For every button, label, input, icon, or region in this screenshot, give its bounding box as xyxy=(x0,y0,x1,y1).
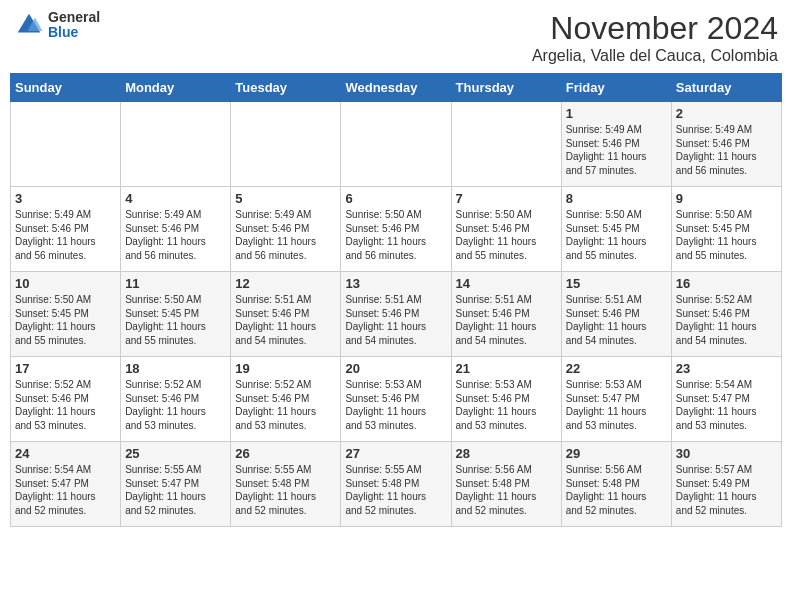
day-number: 3 xyxy=(15,191,116,206)
logo-general-text: General xyxy=(48,10,100,25)
calendar-cell: 22Sunrise: 5:53 AM Sunset: 5:47 PM Dayli… xyxy=(561,357,671,442)
calendar-cell: 26Sunrise: 5:55 AM Sunset: 5:48 PM Dayli… xyxy=(231,442,341,527)
day-number: 1 xyxy=(566,106,667,121)
calendar-cell: 9Sunrise: 5:50 AM Sunset: 5:45 PM Daylig… xyxy=(671,187,781,272)
calendar-cell: 8Sunrise: 5:50 AM Sunset: 5:45 PM Daylig… xyxy=(561,187,671,272)
day-number: 11 xyxy=(125,276,226,291)
page-header: General Blue November 2024 Argelia, Vall… xyxy=(10,10,782,65)
day-info: Sunrise: 5:53 AM Sunset: 5:46 PM Dayligh… xyxy=(345,378,446,432)
day-number: 21 xyxy=(456,361,557,376)
week-row-5: 24Sunrise: 5:54 AM Sunset: 5:47 PM Dayli… xyxy=(11,442,782,527)
day-number: 25 xyxy=(125,446,226,461)
calendar-cell xyxy=(121,102,231,187)
day-number: 10 xyxy=(15,276,116,291)
calendar-cell: 15Sunrise: 5:51 AM Sunset: 5:46 PM Dayli… xyxy=(561,272,671,357)
day-info: Sunrise: 5:50 AM Sunset: 5:45 PM Dayligh… xyxy=(676,208,777,262)
calendar-cell: 20Sunrise: 5:53 AM Sunset: 5:46 PM Dayli… xyxy=(341,357,451,442)
day-info: Sunrise: 5:53 AM Sunset: 5:46 PM Dayligh… xyxy=(456,378,557,432)
calendar-cell: 2Sunrise: 5:49 AM Sunset: 5:46 PM Daylig… xyxy=(671,102,781,187)
weekday-header-row: SundayMondayTuesdayWednesdayThursdayFrid… xyxy=(11,74,782,102)
calendar-cell: 29Sunrise: 5:56 AM Sunset: 5:48 PM Dayli… xyxy=(561,442,671,527)
day-info: Sunrise: 5:52 AM Sunset: 5:46 PM Dayligh… xyxy=(235,378,336,432)
logo: General Blue xyxy=(14,10,100,41)
day-info: Sunrise: 5:49 AM Sunset: 5:46 PM Dayligh… xyxy=(125,208,226,262)
calendar-cell: 4Sunrise: 5:49 AM Sunset: 5:46 PM Daylig… xyxy=(121,187,231,272)
calendar-cell: 28Sunrise: 5:56 AM Sunset: 5:48 PM Dayli… xyxy=(451,442,561,527)
calendar-cell: 21Sunrise: 5:53 AM Sunset: 5:46 PM Dayli… xyxy=(451,357,561,442)
day-info: Sunrise: 5:50 AM Sunset: 5:45 PM Dayligh… xyxy=(566,208,667,262)
month-title: November 2024 xyxy=(532,10,778,47)
day-info: Sunrise: 5:55 AM Sunset: 5:48 PM Dayligh… xyxy=(235,463,336,517)
day-info: Sunrise: 5:49 AM Sunset: 5:46 PM Dayligh… xyxy=(566,123,667,177)
week-row-1: 1Sunrise: 5:49 AM Sunset: 5:46 PM Daylig… xyxy=(11,102,782,187)
day-info: Sunrise: 5:51 AM Sunset: 5:46 PM Dayligh… xyxy=(566,293,667,347)
calendar-cell: 14Sunrise: 5:51 AM Sunset: 5:46 PM Dayli… xyxy=(451,272,561,357)
week-row-3: 10Sunrise: 5:50 AM Sunset: 5:45 PM Dayli… xyxy=(11,272,782,357)
day-number: 17 xyxy=(15,361,116,376)
calendar-table: SundayMondayTuesdayWednesdayThursdayFrid… xyxy=(10,73,782,527)
day-info: Sunrise: 5:49 AM Sunset: 5:46 PM Dayligh… xyxy=(15,208,116,262)
weekday-header-sunday: Sunday xyxy=(11,74,121,102)
calendar-cell: 30Sunrise: 5:57 AM Sunset: 5:49 PM Dayli… xyxy=(671,442,781,527)
day-number: 13 xyxy=(345,276,446,291)
calendar-cell: 11Sunrise: 5:50 AM Sunset: 5:45 PM Dayli… xyxy=(121,272,231,357)
day-number: 19 xyxy=(235,361,336,376)
day-number: 14 xyxy=(456,276,557,291)
day-info: Sunrise: 5:50 AM Sunset: 5:45 PM Dayligh… xyxy=(15,293,116,347)
day-info: Sunrise: 5:51 AM Sunset: 5:46 PM Dayligh… xyxy=(235,293,336,347)
calendar-cell: 3Sunrise: 5:49 AM Sunset: 5:46 PM Daylig… xyxy=(11,187,121,272)
day-info: Sunrise: 5:57 AM Sunset: 5:49 PM Dayligh… xyxy=(676,463,777,517)
day-number: 16 xyxy=(676,276,777,291)
day-number: 6 xyxy=(345,191,446,206)
calendar-cell xyxy=(231,102,341,187)
day-number: 15 xyxy=(566,276,667,291)
day-info: Sunrise: 5:49 AM Sunset: 5:46 PM Dayligh… xyxy=(235,208,336,262)
title-section: November 2024 Argelia, Valle del Cauca, … xyxy=(532,10,778,65)
logo-icon xyxy=(14,10,44,40)
location-subtitle: Argelia, Valle del Cauca, Colombia xyxy=(532,47,778,65)
calendar-cell: 27Sunrise: 5:55 AM Sunset: 5:48 PM Dayli… xyxy=(341,442,451,527)
week-row-4: 17Sunrise: 5:52 AM Sunset: 5:46 PM Dayli… xyxy=(11,357,782,442)
calendar-cell xyxy=(451,102,561,187)
calendar-cell: 1Sunrise: 5:49 AM Sunset: 5:46 PM Daylig… xyxy=(561,102,671,187)
day-number: 2 xyxy=(676,106,777,121)
calendar-cell: 19Sunrise: 5:52 AM Sunset: 5:46 PM Dayli… xyxy=(231,357,341,442)
day-number: 4 xyxy=(125,191,226,206)
day-info: Sunrise: 5:54 AM Sunset: 5:47 PM Dayligh… xyxy=(15,463,116,517)
calendar-cell: 18Sunrise: 5:52 AM Sunset: 5:46 PM Dayli… xyxy=(121,357,231,442)
day-number: 9 xyxy=(676,191,777,206)
day-number: 26 xyxy=(235,446,336,461)
day-info: Sunrise: 5:53 AM Sunset: 5:47 PM Dayligh… xyxy=(566,378,667,432)
calendar-cell: 16Sunrise: 5:52 AM Sunset: 5:46 PM Dayli… xyxy=(671,272,781,357)
day-info: Sunrise: 5:51 AM Sunset: 5:46 PM Dayligh… xyxy=(456,293,557,347)
calendar-cell: 10Sunrise: 5:50 AM Sunset: 5:45 PM Dayli… xyxy=(11,272,121,357)
day-info: Sunrise: 5:51 AM Sunset: 5:46 PM Dayligh… xyxy=(345,293,446,347)
day-number: 27 xyxy=(345,446,446,461)
day-number: 24 xyxy=(15,446,116,461)
calendar-cell: 17Sunrise: 5:52 AM Sunset: 5:46 PM Dayli… xyxy=(11,357,121,442)
calendar-cell: 6Sunrise: 5:50 AM Sunset: 5:46 PM Daylig… xyxy=(341,187,451,272)
day-info: Sunrise: 5:52 AM Sunset: 5:46 PM Dayligh… xyxy=(125,378,226,432)
day-number: 29 xyxy=(566,446,667,461)
day-info: Sunrise: 5:50 AM Sunset: 5:46 PM Dayligh… xyxy=(345,208,446,262)
calendar-cell: 24Sunrise: 5:54 AM Sunset: 5:47 PM Dayli… xyxy=(11,442,121,527)
day-number: 20 xyxy=(345,361,446,376)
weekday-header-monday: Monday xyxy=(121,74,231,102)
day-number: 5 xyxy=(235,191,336,206)
day-info: Sunrise: 5:55 AM Sunset: 5:48 PM Dayligh… xyxy=(345,463,446,517)
calendar-cell: 12Sunrise: 5:51 AM Sunset: 5:46 PM Dayli… xyxy=(231,272,341,357)
day-number: 8 xyxy=(566,191,667,206)
calendar-cell: 5Sunrise: 5:49 AM Sunset: 5:46 PM Daylig… xyxy=(231,187,341,272)
day-number: 30 xyxy=(676,446,777,461)
calendar-cell xyxy=(11,102,121,187)
day-info: Sunrise: 5:56 AM Sunset: 5:48 PM Dayligh… xyxy=(456,463,557,517)
day-info: Sunrise: 5:50 AM Sunset: 5:46 PM Dayligh… xyxy=(456,208,557,262)
week-row-2: 3Sunrise: 5:49 AM Sunset: 5:46 PM Daylig… xyxy=(11,187,782,272)
day-info: Sunrise: 5:54 AM Sunset: 5:47 PM Dayligh… xyxy=(676,378,777,432)
weekday-header-saturday: Saturday xyxy=(671,74,781,102)
calendar-cell: 7Sunrise: 5:50 AM Sunset: 5:46 PM Daylig… xyxy=(451,187,561,272)
day-number: 28 xyxy=(456,446,557,461)
logo-blue-text: Blue xyxy=(48,25,100,40)
day-info: Sunrise: 5:52 AM Sunset: 5:46 PM Dayligh… xyxy=(676,293,777,347)
day-info: Sunrise: 5:50 AM Sunset: 5:45 PM Dayligh… xyxy=(125,293,226,347)
